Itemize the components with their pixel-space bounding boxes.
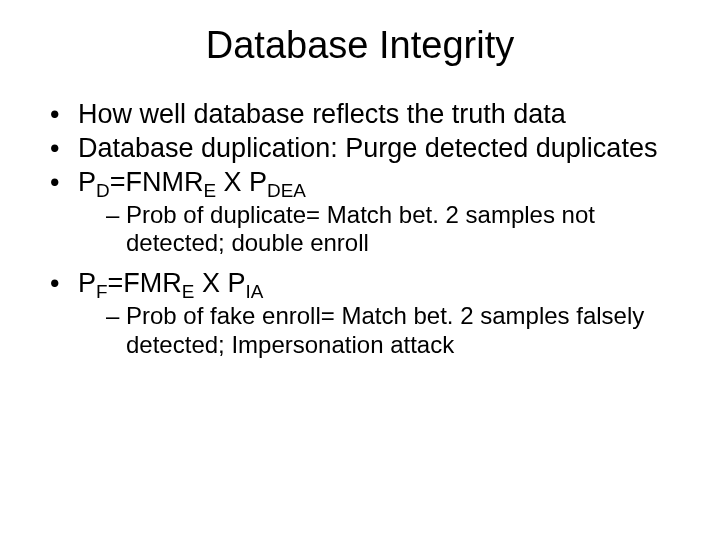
formula-pf: PF=FMRE X PIA: [78, 268, 263, 298]
sub-item: Prob of duplicate= Match bet. 2 samples …: [106, 201, 700, 259]
bullet-item-3: PD=FNMRE X PDEA Prob of duplicate= Match…: [50, 167, 700, 258]
sub-text: Prob of duplicate= Match bet. 2 samples …: [126, 201, 595, 257]
bullet-list: How well database reflects the truth dat…: [20, 99, 700, 360]
formula-pd: PD=FNMRE X PDEA: [78, 167, 306, 197]
bullet-text: How well database reflects the truth dat…: [78, 99, 566, 129]
slide: Database Integrity How well database ref…: [0, 0, 720, 540]
bullet-item-4: PF=FMRE X PIA Prob of fake enroll= Match…: [50, 268, 700, 359]
sub-list: Prob of duplicate= Match bet. 2 samples …: [78, 201, 700, 259]
bullet-text: Database duplication: Purge detected dup…: [78, 133, 657, 163]
sub-list: Prob of fake enroll= Match bet. 2 sample…: [78, 302, 700, 360]
slide-title: Database Integrity: [20, 24, 700, 67]
sub-item: Prob of fake enroll= Match bet. 2 sample…: [106, 302, 700, 360]
bullet-item-1: How well database reflects the truth dat…: [50, 99, 700, 131]
sub-text: Prob of fake enroll= Match bet. 2 sample…: [126, 302, 644, 358]
bullet-item-2: Database duplication: Purge detected dup…: [50, 133, 700, 165]
